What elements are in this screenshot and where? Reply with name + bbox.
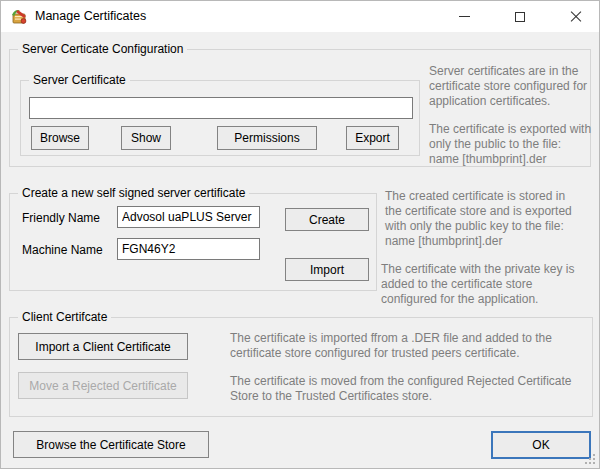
create-group-info-2: The certificate with the private key is … xyxy=(381,262,584,307)
close-button[interactable] xyxy=(553,1,599,32)
server-certificate-group-title: Server Certificate xyxy=(29,73,130,87)
show-button[interactable]: Show xyxy=(121,126,171,150)
minimize-icon xyxy=(459,16,470,17)
close-icon xyxy=(570,11,582,23)
browse-certificate-store-button[interactable]: Browse the Certificate Store xyxy=(13,431,209,458)
server-config-group-title: Server Certicate Configuration xyxy=(18,42,187,56)
client-group-info-1: The certificate is imported ffrom a .DER… xyxy=(230,331,588,361)
minimize-button[interactable] xyxy=(441,1,487,32)
server-config-info-2: The certificate is exported with only th… xyxy=(429,122,592,167)
maximize-button[interactable] xyxy=(497,1,543,32)
title-bar[interactable]: Manage Certificates xyxy=(1,1,599,32)
manage-certificates-dialog: Manage Certificates Server Certicate Con… xyxy=(0,0,600,469)
certificate-app-icon xyxy=(10,8,28,26)
server-config-info-text: Server certificates are in the certifica… xyxy=(429,64,592,167)
resize-grip[interactable] xyxy=(585,454,595,464)
create-group-info-1: The created certificate is stored in the… xyxy=(381,189,584,249)
create-button[interactable]: Create xyxy=(285,208,369,231)
export-button[interactable]: Export xyxy=(346,126,399,150)
create-group-info-text: The created certificate is stored in the… xyxy=(381,189,584,307)
machine-name-input[interactable] xyxy=(117,238,260,260)
server-config-info-1: Server certificates are in the certifica… xyxy=(429,64,592,109)
server-certificate-input[interactable] xyxy=(29,97,413,119)
client-group-info-text: The certificate is imported ffrom a .DER… xyxy=(230,331,588,404)
maximize-icon xyxy=(515,12,525,22)
client-group-title: Client Certifcate xyxy=(18,310,111,324)
permissions-button[interactable]: Permissions xyxy=(217,126,317,150)
browse-button[interactable]: Browse xyxy=(31,126,89,150)
friendly-name-input[interactable] xyxy=(117,206,260,228)
server-certificate-configuration-group: Server Certicate Configuration Server Ce… xyxy=(9,49,591,167)
machine-name-label: Machine Name xyxy=(22,243,103,257)
friendly-name-label: Friendly Name xyxy=(22,211,100,225)
move-rejected-certificate-button[interactable]: Move a Rejected Certificate xyxy=(18,372,188,399)
server-certificate-group: Server Certificate Browse Show Permissio… xyxy=(20,80,420,156)
client-group-info-2: The certificate is moved from the config… xyxy=(230,374,588,404)
client-certificate-group: Client Certifcate Import a Client Certif… xyxy=(9,317,593,417)
create-group-title: Create a new self signed server certific… xyxy=(18,186,249,200)
window-title: Manage Certificates xyxy=(35,9,146,23)
create-self-signed-group: Create a new self signed server certific… xyxy=(9,193,377,291)
ok-button[interactable]: OK xyxy=(491,431,591,459)
import-button[interactable]: Import xyxy=(285,258,369,281)
import-client-certificate-button[interactable]: Import a Client Certificate xyxy=(18,333,188,360)
